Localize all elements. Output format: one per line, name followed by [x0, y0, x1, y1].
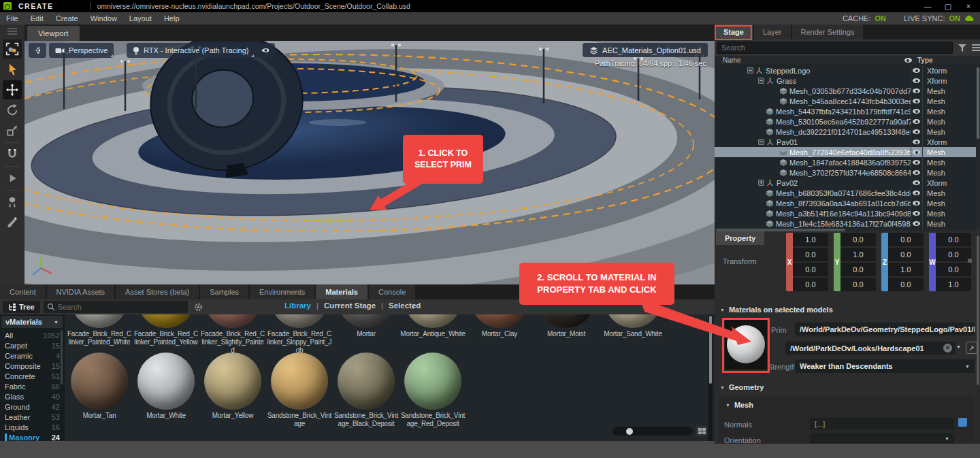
menu-item[interactable]: Edit [24, 14, 50, 22]
matrix-value-field[interactable]: 0.0 [936, 263, 971, 276]
filter-funnel-icon[interactable] [958, 44, 966, 52]
material-thumbnail[interactable] [471, 314, 528, 328]
visibility-eye-icon[interactable] [911, 96, 921, 106]
browser-tab[interactable]: NVIDIA Assets [47, 284, 115, 299]
material-card[interactable]: Mortar_Antique_White [399, 314, 466, 355]
category-item[interactable]: All 1052 [0, 330, 65, 340]
drag-handle-icon[interactable] [7, 28, 17, 29]
visibility-eye-icon[interactable] [911, 147, 921, 157]
stage-row[interactable]: Mesh_a3b514f16e184c94a113bc9409d84755 Me… [715, 208, 976, 218]
browser-tab[interactable]: Materials [316, 284, 368, 299]
rotate-tool[interactable] [3, 101, 22, 120]
snap-tool[interactable] [3, 145, 22, 164]
expander-toggle[interactable]: − [758, 139, 764, 145]
grid-view-icon[interactable] [696, 426, 707, 436]
stage-row[interactable]: − SteppedLogo Xform [715, 65, 976, 76]
matrix-value-field[interactable]: 0.0 [840, 263, 876, 276]
material-card[interactable]: Mortar_Yellow [199, 353, 266, 428]
material-thumbnail[interactable] [137, 314, 195, 328]
move-tool[interactable] [3, 80, 22, 99]
matrix-value-field[interactable]: 0.0 [936, 233, 971, 246]
stage-row[interactable]: Mesh_8f73936a0aa34ab691a01ccb7d6b4974 Me… [715, 198, 976, 208]
category-item[interactable]: Glass 40 [0, 391, 65, 402]
category-item[interactable]: Liquids 16 [0, 422, 65, 432]
tab-property[interactable]: Property [716, 231, 764, 245]
matrix-value-field[interactable]: 0.0 [888, 278, 924, 291]
menu-item[interactable]: File [0, 14, 24, 22]
viewport-settings-button[interactable] [29, 43, 46, 58]
column-name[interactable]: Name [715, 56, 902, 64]
matrix-value-field[interactable]: 0.0 [793, 248, 828, 261]
collection-dropdown[interactable]: vMaterials ▼ [1, 316, 63, 328]
source-tab[interactable]: Current Stage [311, 301, 376, 310]
stage-row[interactable]: Mesh_03053b677d334c04b7007dd7b3f51 Mesh [715, 86, 976, 96]
minimize[interactable]: — [923, 2, 932, 10]
selection-mode-tool[interactable] [3, 39, 22, 59]
material-card[interactable]: Mortar_Moist [533, 314, 600, 355]
matrix-value-field[interactable]: 0.0 [936, 248, 971, 261]
gear-icon[interactable] [193, 302, 203, 312]
browser-tab[interactable]: Samples [200, 284, 248, 299]
strength-dropdown[interactable]: Weaker than Descendants ▼ [795, 359, 975, 373]
eye-icon[interactable] [904, 58, 912, 63]
material-dropdown-caret[interactable]: ▼ [956, 344, 961, 349]
stage-search-input[interactable] [717, 42, 953, 54]
matrix-value-field[interactable]: 0.0 [888, 248, 924, 261]
paint-tool[interactable] [3, 213, 22, 232]
visibility-eye-icon[interactable] [911, 127, 921, 137]
matrix-value-field[interactable]: 1.0 [888, 263, 924, 276]
matrix-value-field[interactable]: 1.0 [793, 233, 828, 246]
material-thumbnail[interactable] [538, 314, 595, 328]
panel-tab[interactable]: Render Settings [792, 24, 864, 39]
category-item[interactable]: Leather 53 [0, 412, 65, 422]
matrix-value-field[interactable]: 0.0 [840, 278, 876, 291]
stage-row[interactable]: Mesh_3702f257fd3744e68508c86642a98 Mesh [715, 167, 976, 178]
stage-row[interactable]: Mesh_54437fbfa243421bb179bffdf741c920 Me… [715, 106, 976, 116]
tree-view-button[interactable]: Tree [3, 301, 40, 313]
stage-row[interactable]: Mesh_1fe4c15fe6834136a17f27a0f45983cf Me… [715, 218, 976, 229]
visibility-eye-icon[interactable] [911, 106, 921, 116]
material-card[interactable]: Mortar_Clay [466, 314, 533, 355]
expander-toggle[interactable]: + [758, 180, 764, 186]
stage-row[interactable]: Mesh_b45aa8cec14743fcb4b3003eea09f Mesh [715, 96, 976, 106]
material-card[interactable]: Facade_Brick_Red_Clinker_Sloppy_Paint_Jo… [266, 314, 333, 355]
matrix-value-field[interactable]: 0.0 [793, 278, 828, 291]
camera-selector[interactable]: Perspective [49, 43, 114, 58]
column-type[interactable]: Type [913, 56, 933, 64]
material-thumbnail[interactable] [404, 353, 461, 410]
material-card[interactable]: Sandstone_Brick_Vintage_Red_Deposit [399, 353, 466, 428]
stage-row[interactable]: Mesh_530105ec6ea6452b922777a90af79ed Mes… [715, 116, 976, 127]
play-tool[interactable] [3, 169, 22, 188]
scale-tool[interactable] [3, 121, 22, 140]
material-thumbnail[interactable] [71, 314, 128, 328]
visibility-eye-icon[interactable] [911, 65, 921, 76]
materials-search-input[interactable] [58, 303, 174, 311]
stage-row[interactable]: Mesh_772840e6efac40d8a8f52393b1fc21 Mesh [715, 147, 976, 157]
visibility-eye-icon[interactable] [911, 137, 921, 147]
select-tool[interactable] [3, 60, 22, 79]
property-scrollbar[interactable] [976, 233, 980, 444]
material-thumbnail[interactable] [404, 314, 461, 328]
menu-item[interactable]: Layout [123, 14, 158, 22]
expander-toggle[interactable]: − [747, 67, 753, 73]
category-item[interactable]: Carpet 15 [0, 340, 65, 350]
materials-section-header[interactable]: ▼ Materials on selected models [720, 306, 833, 314]
options-menu-icon[interactable] [972, 47, 980, 48]
material-thumbnail[interactable] [204, 353, 261, 410]
visibility-eye-icon[interactable] [911, 198, 921, 208]
stage-row[interactable]: − Pav01 Xform [715, 137, 976, 147]
material-card[interactable]: Mortar_White [133, 353, 199, 428]
normals-checkbox[interactable] [958, 418, 967, 427]
normals-field[interactable]: [...] [810, 418, 954, 429]
tab-viewport[interactable]: Viewport [27, 26, 80, 41]
category-item[interactable]: Concrete 51 [0, 371, 65, 381]
material-thumbnail[interactable] [604, 314, 662, 328]
visibility-eye-icon[interactable] [911, 208, 921, 218]
matrix-reset-dot[interactable] [968, 259, 972, 263]
material-thumbnail[interactable] [338, 353, 395, 410]
visibility-eye-icon[interactable] [911, 178, 921, 188]
browser-tab[interactable]: Asset Stores (beta) [116, 284, 199, 299]
material-card[interactable]: Mortar_Tan [66, 353, 133, 428]
matrix-value-field[interactable]: 0.0 [888, 233, 924, 246]
physics-tool[interactable] [3, 193, 22, 212]
